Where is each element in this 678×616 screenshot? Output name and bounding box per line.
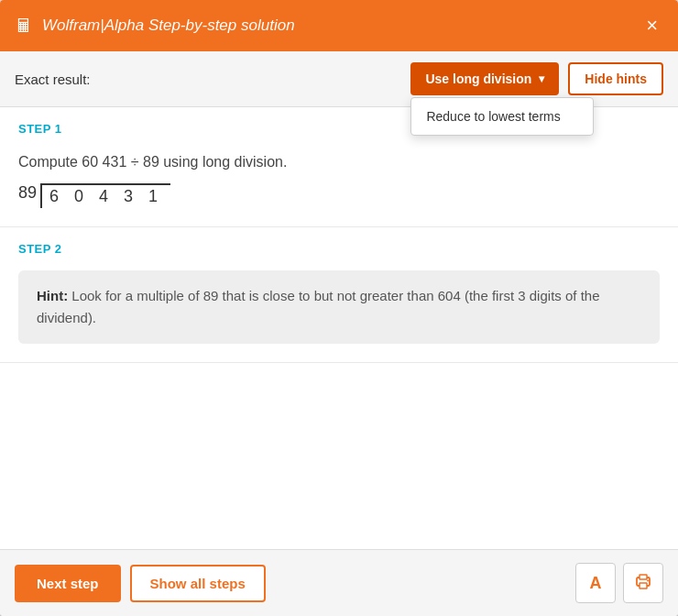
hint-text: Hint: Look for a multiple of 89 that is …	[37, 285, 641, 329]
print-button[interactable]	[623, 563, 663, 603]
main-window: 🖩 Wolfram|Alpha Step-by-step solution × …	[0, 0, 678, 616]
print-icon	[633, 571, 653, 596]
toolbar: Exact result: Use long division ▾ Reduce…	[0, 51, 678, 107]
step1-description: Compute 60 431 ÷ 89 using long division.	[18, 150, 660, 174]
font-size-button[interactable]: A	[575, 563, 616, 603]
use-long-division-dropdown[interactable]: Use long division ▾	[410, 62, 559, 95]
dropdown-container: Use long division ▾ Reduce to lowest ter…	[410, 62, 559, 95]
show-all-steps-button[interactable]: Show all steps	[130, 565, 266, 602]
hint-bold-label: Hint:	[37, 288, 68, 303]
content-area: STEP 1 Compute 60 431 ÷ 89 using long di…	[0, 107, 678, 549]
svg-rect-2	[640, 575, 647, 579]
long-division: 89 6 0 4 3 1	[18, 183, 660, 208]
footer: Next step Show all steps A	[0, 549, 678, 616]
svg-point-3	[647, 579, 649, 581]
svg-rect-1	[640, 583, 647, 588]
dropdown-arrow-icon: ▾	[539, 72, 544, 85]
titlebar-left: 🖩 Wolfram|Alpha Step-by-step solution	[15, 16, 295, 37]
footer-right: A	[575, 563, 663, 603]
wolfram-icon: 🖩	[15, 16, 33, 37]
toolbar-right: Use long division ▾ Reduce to lowest ter…	[410, 62, 663, 95]
hint-box: Hint: Look for a multiple of 89 that is …	[18, 270, 660, 344]
exact-result-label: Exact result:	[15, 72, 91, 87]
titlebar: 🖩 Wolfram|Alpha Step-by-step solution ×	[0, 0, 678, 51]
step2-label: STEP 2	[18, 242, 660, 256]
dividend: 6 0 4 3 1	[40, 183, 170, 208]
dropdown-menu: Reduce to lowest terms	[410, 97, 594, 136]
font-icon: A	[590, 574, 602, 593]
dropdown-label: Use long division	[425, 72, 531, 86]
next-step-button[interactable]: Next step	[15, 565, 121, 602]
dropdown-item-reduce[interactable]: Reduce to lowest terms	[411, 98, 593, 135]
close-button[interactable]: ×	[640, 14, 663, 38]
hint-body: Look for a multiple of 89 that is close …	[37, 288, 600, 325]
divisor: 89	[18, 183, 37, 203]
step2-section: STEP 2 Hint: Look for a multiple of 89 t…	[0, 227, 678, 363]
step1-text: Compute 60 431 ÷ 89 using long division.	[18, 154, 287, 170]
titlebar-title: Wolfram|Alpha Step-by-step solution	[42, 16, 295, 35]
hide-hints-button[interactable]: Hide hints	[568, 62, 663, 95]
footer-left: Next step Show all steps	[15, 565, 266, 602]
